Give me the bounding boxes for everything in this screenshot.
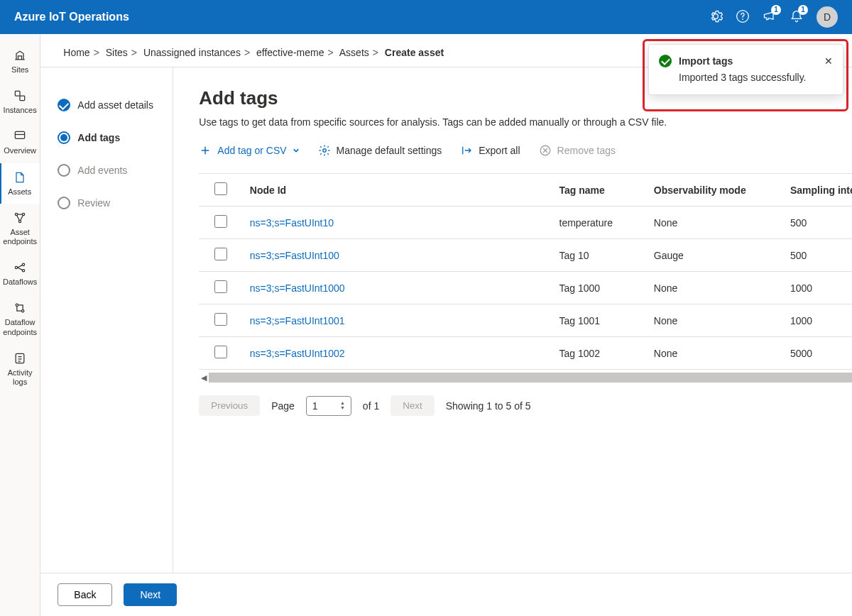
- nav-label: Asset endpoints: [3, 228, 37, 246]
- breadcrumb-link[interactable]: Sites: [106, 47, 128, 58]
- notifications-button[interactable]: 1: [790, 9, 804, 26]
- row-checkbox[interactable]: [214, 215, 227, 228]
- notifications-badge: 1: [798, 5, 808, 15]
- avatar[interactable]: D: [816, 6, 838, 28]
- plus-icon: [199, 144, 212, 157]
- row-checkbox[interactable]: [214, 280, 227, 293]
- page-subtitle: Use tags to get data from specific sourc…: [199, 116, 852, 128]
- col-sampling[interactable]: Sampling interval (milliseconds): [783, 174, 852, 207]
- table-header-row: Node Id Tag name Observability mode Samp…: [199, 174, 852, 207]
- scroll-thumb[interactable]: [209, 373, 852, 383]
- add-tag-button[interactable]: Add tag or CSV: [199, 144, 299, 157]
- nav-activity-logs[interactable]: Activity logs: [0, 344, 40, 394]
- sampling-cell: 1000: [783, 272, 852, 304]
- node-id-link[interactable]: ns=3;s=FastUInt1001: [243, 304, 552, 337]
- node-id-link[interactable]: ns=3;s=FastUInt1000: [243, 272, 552, 304]
- col-obs-mode[interactable]: Observability mode: [647, 174, 783, 207]
- col-node-id[interactable]: Node Id: [243, 174, 552, 207]
- page-number-input[interactable]: 1 ▲▼: [306, 396, 351, 416]
- nav-sites[interactable]: Sites: [0, 41, 40, 82]
- nav-dataflow-endpoints[interactable]: Dataflow endpoints: [0, 294, 40, 343]
- step-pending-icon: [58, 197, 70, 209]
- svg-rect-2: [15, 92, 20, 97]
- table-row: ns=3;s=FastUInt10temperatureNone5001: [199, 207, 852, 239]
- sampling-cell: 500: [783, 207, 852, 239]
- tags-table: Node Id Tag name Observability mode Samp…: [199, 174, 852, 370]
- chevron-down-icon: [293, 147, 300, 154]
- tag-name-cell: Tag 10: [552, 239, 647, 272]
- obs-mode-cell: Gauge: [647, 239, 783, 272]
- tag-name-cell: Tag 1001: [552, 304, 647, 337]
- node-id-link[interactable]: ns=3;s=FastUInt10: [243, 207, 552, 239]
- help-icon: [736, 9, 750, 23]
- feedback-button[interactable]: 1: [763, 9, 777, 26]
- overview-icon: [13, 129, 27, 143]
- sampling-cell: 1000: [783, 304, 852, 337]
- table-row: ns=3;s=FastUInt100Tag 10Gauge5001: [199, 239, 852, 272]
- scroll-track[interactable]: [209, 373, 852, 383]
- nav-label: Assets: [8, 187, 31, 197]
- dataflows-icon: [13, 260, 27, 275]
- breadcrumb-link[interactable]: Unassigned instances: [143, 47, 241, 58]
- nav-label: Sites: [11, 65, 28, 75]
- svg-rect-4: [15, 132, 24, 139]
- help-button[interactable]: [736, 9, 750, 26]
- feedback-badge: 1: [771, 5, 781, 15]
- node-id-link[interactable]: ns=3;s=FastUInt100: [243, 239, 552, 272]
- step-current-icon: [58, 131, 70, 144]
- node-id-link[interactable]: ns=3;s=FastUInt1002: [243, 337, 552, 370]
- tag-name-cell: temperature: [552, 207, 647, 239]
- breadcrumb-link[interactable]: Home: [63, 47, 89, 58]
- gear-icon: [318, 144, 331, 157]
- nav-overview[interactable]: Overview: [0, 122, 40, 163]
- obs-mode-cell: None: [647, 272, 783, 304]
- svg-point-14: [322, 149, 326, 153]
- row-checkbox[interactable]: [214, 248, 227, 260]
- nav-dataflows[interactable]: Dataflows: [0, 253, 40, 294]
- svg-point-7: [18, 220, 21, 222]
- nav-assets[interactable]: Assets: [0, 163, 40, 204]
- export-all-button[interactable]: Export all: [460, 144, 520, 157]
- page-value: 1: [312, 400, 318, 412]
- step-add-asset-details[interactable]: Add asset details: [58, 89, 161, 121]
- table-wrapper: Node Id Tag name Observability mode Samp…: [199, 173, 852, 370]
- nav-asset-endpoints[interactable]: Asset endpoints: [0, 204, 40, 253]
- wizard-footer: Back Next Cancel: [40, 573, 852, 616]
- app-title: Azure IoT Operations: [14, 11, 129, 23]
- success-icon: [659, 55, 672, 67]
- back-button[interactable]: Back: [58, 583, 112, 606]
- page-of: of 1: [363, 400, 379, 412]
- sampling-cell: 5000: [783, 337, 852, 370]
- nav-instances[interactable]: Instances: [0, 82, 40, 122]
- step-review[interactable]: Review: [58, 187, 161, 219]
- table-row: ns=3;s=FastUInt1002Tag 1002None500010: [199, 337, 852, 370]
- h-scrollbar[interactable]: ◀ ▶: [199, 370, 852, 385]
- breadcrumb-link[interactable]: Assets: [339, 47, 369, 58]
- prev-page-button: Previous: [199, 395, 260, 416]
- svg-point-1: [742, 18, 743, 20]
- manage-settings-button[interactable]: Manage default settings: [318, 144, 442, 157]
- step-label: Add events: [77, 165, 127, 176]
- close-icon[interactable]: ✕: [824, 55, 833, 67]
- breadcrumb-link[interactable]: effective-meme: [256, 47, 324, 58]
- tool-label: Remove tags: [557, 145, 616, 156]
- page-down-icon[interactable]: ▼: [340, 406, 345, 410]
- col-tag-name[interactable]: Tag name: [552, 174, 647, 207]
- svg-point-8: [15, 266, 17, 268]
- nav-label: Overview: [4, 146, 36, 155]
- table-row: ns=3;s=FastUInt1000Tag 1000None10005: [199, 272, 852, 304]
- next-page-button: Next: [390, 395, 434, 416]
- showing-text: Showing 1 to 5 of 5: [446, 400, 531, 412]
- step-add-events[interactable]: Add events: [58, 154, 161, 187]
- scroll-left-icon[interactable]: ◀: [199, 373, 209, 383]
- row-checkbox[interactable]: [214, 313, 227, 326]
- step-label: Review: [77, 197, 110, 209]
- settings-button[interactable]: [709, 9, 723, 26]
- next-button[interactable]: Next: [124, 583, 177, 606]
- svg-point-12: [22, 310, 24, 312]
- select-all-checkbox[interactable]: [214, 182, 227, 195]
- step-add-tags[interactable]: Add tags: [58, 121, 161, 154]
- step-pending-icon: [58, 164, 70, 177]
- row-checkbox[interactable]: [214, 346, 227, 358]
- gear-icon: [709, 9, 723, 23]
